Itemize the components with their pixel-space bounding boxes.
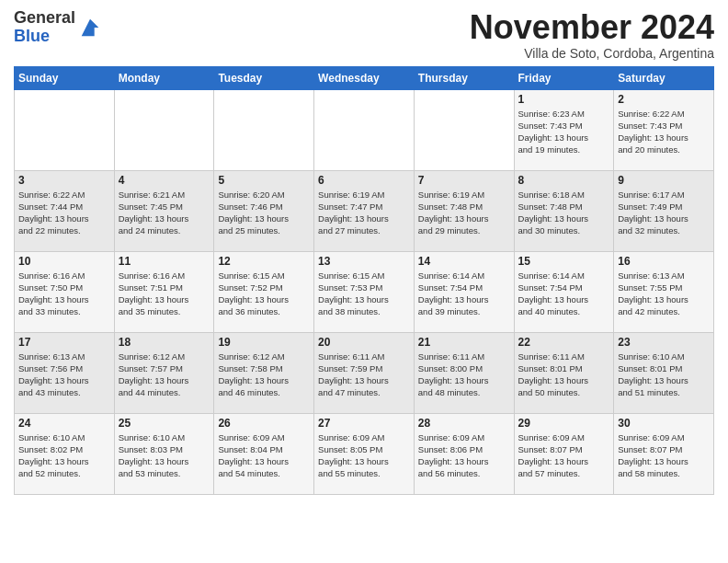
logo-blue-text: Blue [14,27,50,45]
day-number: 14 [418,255,510,268]
day-number: 8 [518,174,610,187]
calendar-cell: 24Sunrise: 6:10 AM Sunset: 8:02 PM Dayli… [15,413,115,494]
calendar-cell: 8Sunrise: 6:18 AM Sunset: 7:48 PM Daylig… [514,170,614,251]
day-info: Sunrise: 6:09 AM Sunset: 8:06 PM Dayligh… [418,431,510,480]
day-number: 26 [218,417,310,430]
calendar-cell: 6Sunrise: 6:19 AM Sunset: 7:47 PM Daylig… [314,170,415,251]
day-info: Sunrise: 6:14 AM Sunset: 7:54 PM Dayligh… [418,270,510,318]
day-number: 17 [18,336,110,349]
day-number: 9 [618,174,710,187]
page-header: General Blue November 2024 Villa de Soto… [14,9,714,61]
day-number: 10 [18,255,110,268]
day-number: 20 [318,336,410,349]
day-info: Sunrise: 6:15 AM Sunset: 7:53 PM Dayligh… [318,270,410,318]
day-info: Sunrise: 6:10 AM Sunset: 8:01 PM Dayligh… [618,350,710,399]
day-info: Sunrise: 6:09 AM Sunset: 8:07 PM Dayligh… [618,431,710,480]
calendar-cell: 3Sunrise: 6:22 AM Sunset: 7:44 PM Daylig… [15,170,115,251]
day-info: Sunrise: 6:09 AM Sunset: 8:07 PM Dayligh… [518,431,610,480]
calendar-table: SundayMondayTuesdayWednesdayThursdayFrid… [14,66,714,495]
calendar-cell [314,89,415,170]
day-number: 15 [518,255,610,268]
calendar-cell: 1Sunrise: 6:23 AM Sunset: 7:43 PM Daylig… [514,89,614,170]
calendar-cell: 4Sunrise: 6:21 AM Sunset: 7:45 PM Daylig… [114,170,214,251]
day-info: Sunrise: 6:16 AM Sunset: 7:51 PM Dayligh… [119,270,210,318]
calendar-cell: 26Sunrise: 6:09 AM Sunset: 8:04 PM Dayli… [214,413,314,494]
day-number: 6 [318,174,410,187]
day-info: Sunrise: 6:12 AM Sunset: 7:58 PM Dayligh… [218,350,310,399]
day-info: Sunrise: 6:13 AM Sunset: 7:56 PM Dayligh… [18,350,110,399]
logo-icon [77,15,103,40]
calendar-cell: 22Sunrise: 6:11 AM Sunset: 8:01 PM Dayli… [514,332,614,413]
calendar-cell: 23Sunrise: 6:10 AM Sunset: 8:01 PM Dayli… [614,332,714,413]
week-row-4: 17Sunrise: 6:13 AM Sunset: 7:56 PM Dayli… [15,332,714,413]
calendar-cell: 13Sunrise: 6:15 AM Sunset: 7:53 PM Dayli… [314,251,415,332]
day-info: Sunrise: 6:12 AM Sunset: 7:57 PM Dayligh… [119,350,210,399]
calendar-cell: 5Sunrise: 6:20 AM Sunset: 7:46 PM Daylig… [214,170,314,251]
calendar-cell: 19Sunrise: 6:12 AM Sunset: 7:58 PM Dayli… [214,332,314,413]
calendar-cell: 28Sunrise: 6:09 AM Sunset: 8:06 PM Dayli… [414,413,514,494]
day-info: Sunrise: 6:15 AM Sunset: 7:52 PM Dayligh… [218,270,310,318]
calendar-cell: 14Sunrise: 6:14 AM Sunset: 7:54 PM Dayli… [414,251,514,332]
calendar-cell: 17Sunrise: 6:13 AM Sunset: 7:56 PM Dayli… [15,332,115,413]
calendar-cell: 12Sunrise: 6:15 AM Sunset: 7:52 PM Dayli… [214,251,314,332]
logo-general-text: General [14,8,75,27]
week-row-5: 24Sunrise: 6:10 AM Sunset: 8:02 PM Dayli… [15,413,714,494]
calendar-cell: 27Sunrise: 6:09 AM Sunset: 8:05 PM Dayli… [314,413,415,494]
day-info: Sunrise: 6:16 AM Sunset: 7:50 PM Dayligh… [18,270,110,318]
calendar-cell [114,89,214,170]
day-info: Sunrise: 6:19 AM Sunset: 7:48 PM Dayligh… [418,189,510,237]
calendar-cell [214,89,314,170]
day-number: 16 [618,255,710,268]
weekday-header-thursday: Thursday [414,66,514,89]
day-number: 18 [119,336,210,349]
weekday-header-friday: Friday [514,66,614,89]
day-number: 24 [18,417,110,430]
day-number: 2 [618,93,710,106]
calendar-cell: 16Sunrise: 6:13 AM Sunset: 7:55 PM Dayli… [614,251,714,332]
day-info: Sunrise: 6:10 AM Sunset: 8:02 PM Dayligh… [18,431,110,480]
logo: General Blue [14,9,103,46]
day-info: Sunrise: 6:09 AM Sunset: 8:04 PM Dayligh… [218,431,310,480]
day-number: 11 [119,255,210,268]
day-number: 29 [518,417,610,430]
calendar-cell: 30Sunrise: 6:09 AM Sunset: 8:07 PM Dayli… [614,413,714,494]
calendar-cell: 11Sunrise: 6:16 AM Sunset: 7:51 PM Dayli… [114,251,214,332]
calendar-cell: 7Sunrise: 6:19 AM Sunset: 7:48 PM Daylig… [414,170,514,251]
weekday-header-row: SundayMondayTuesdayWednesdayThursdayFrid… [15,66,714,89]
day-number: 5 [218,174,310,187]
day-info: Sunrise: 6:20 AM Sunset: 7:46 PM Dayligh… [218,189,310,237]
week-row-2: 3Sunrise: 6:22 AM Sunset: 7:44 PM Daylig… [15,170,714,251]
location-subtitle: Villa de Soto, Cordoba, Argentina [470,46,714,61]
day-info: Sunrise: 6:22 AM Sunset: 7:44 PM Dayligh… [18,189,110,237]
svg-marker-0 [82,18,99,36]
day-number: 22 [518,336,610,349]
day-number: 19 [218,336,310,349]
calendar-cell: 29Sunrise: 6:09 AM Sunset: 8:07 PM Dayli… [514,413,614,494]
day-number: 21 [418,336,510,349]
calendar-cell: 9Sunrise: 6:17 AM Sunset: 7:49 PM Daylig… [614,170,714,251]
week-row-3: 10Sunrise: 6:16 AM Sunset: 7:50 PM Dayli… [15,251,714,332]
day-number: 25 [119,417,210,430]
day-number: 1 [518,93,610,106]
day-info: Sunrise: 6:09 AM Sunset: 8:05 PM Dayligh… [318,431,410,480]
day-number: 7 [418,174,510,187]
day-info: Sunrise: 6:23 AM Sunset: 7:43 PM Dayligh… [518,108,610,156]
day-info: Sunrise: 6:21 AM Sunset: 7:45 PM Dayligh… [119,189,210,237]
calendar-cell: 2Sunrise: 6:22 AM Sunset: 7:43 PM Daylig… [614,89,714,170]
day-info: Sunrise: 6:10 AM Sunset: 8:03 PM Dayligh… [119,431,210,480]
calendar-cell: 15Sunrise: 6:14 AM Sunset: 7:54 PM Dayli… [514,251,614,332]
day-number: 4 [119,174,210,187]
day-info: Sunrise: 6:19 AM Sunset: 7:47 PM Dayligh… [318,189,410,237]
calendar-cell [414,89,514,170]
day-number: 27 [318,417,410,430]
day-number: 23 [618,336,710,349]
title-block: November 2024 Villa de Soto, Cordoba, Ar… [470,9,714,61]
day-info: Sunrise: 6:11 AM Sunset: 8:00 PM Dayligh… [418,350,510,399]
day-number: 28 [418,417,510,430]
calendar-cell: 21Sunrise: 6:11 AM Sunset: 8:00 PM Dayli… [414,332,514,413]
day-number: 13 [318,255,410,268]
weekday-header-monday: Monday [114,66,214,89]
weekday-header-wednesday: Wednesday [314,66,415,89]
calendar-cell: 20Sunrise: 6:11 AM Sunset: 7:59 PM Dayli… [314,332,415,413]
weekday-header-sunday: Sunday [15,66,115,89]
